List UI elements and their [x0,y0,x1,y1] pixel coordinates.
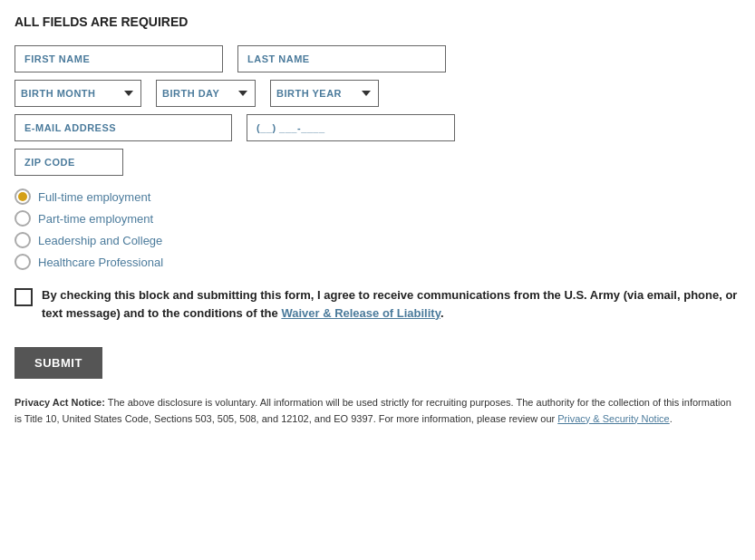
birth-month-field: BIRTH MONTH January February March April… [15,80,141,107]
birth-year-select[interactable]: BIRTH YEAR 20062005200420032002200120001… [270,80,379,107]
terms-checkbox-row: By checking this block and submitting th… [15,286,740,322]
terms-text: By checking this block and submitting th… [42,286,740,322]
phone-field [247,114,455,141]
waiver-link[interactable]: Waiver & Release of Liability [281,306,440,320]
phone-input[interactable] [247,114,455,141]
privacy-link[interactable]: Privacy & Security Notice [557,413,669,424]
email-field [15,114,232,141]
first-name-field [15,45,223,72]
birth-day-select[interactable]: BIRTH DAY 12345 678910 1112131415 161718… [156,80,256,107]
radio-item-leadership[interactable]: Leadership and College [15,232,740,248]
radio-leadership[interactable] [15,232,31,248]
radio-label-parttime: Part-time employment [38,212,153,226]
radio-label-fulltime: Full-time employment [38,190,150,204]
required-notice: ALL FIELDS ARE REQUIRED [15,14,740,29]
terms-checkbox[interactable] [15,288,33,306]
birth-day-field: BIRTH DAY 12345 678910 1112131415 161718… [156,80,256,107]
radio-healthcare[interactable] [15,254,31,270]
privacy-title: Privacy Act Notice: [15,397,105,408]
radio-parttime[interactable] [15,210,31,227]
radio-fulltime[interactable] [15,188,31,205]
zip-field [15,149,123,176]
radio-label-healthcare: Healthcare Professional [38,256,163,269]
privacy-end: . [670,413,673,424]
radio-item-healthcare[interactable]: Healthcare Professional [15,254,740,270]
last-name-input[interactable] [237,45,446,72]
first-name-input[interactable] [15,45,223,72]
radio-label-leadership: Leadership and College [38,234,162,247]
radio-item-parttime[interactable]: Part-time employment [15,210,740,227]
submit-button[interactable]: SUBMIT [15,347,102,379]
last-name-field [237,45,446,72]
email-input[interactable] [15,114,232,141]
birth-year-field: BIRTH YEAR 20062005200420032002200120001… [270,80,379,107]
birth-month-select[interactable]: BIRTH MONTH January February March April… [15,80,141,107]
radio-item-fulltime[interactable]: Full-time employment [15,188,740,205]
privacy-notice: Privacy Act Notice: The above disclosure… [15,395,740,427]
zip-input[interactable] [15,149,123,176]
interest-radio-group: Full-time employment Part-time employmen… [15,188,740,270]
